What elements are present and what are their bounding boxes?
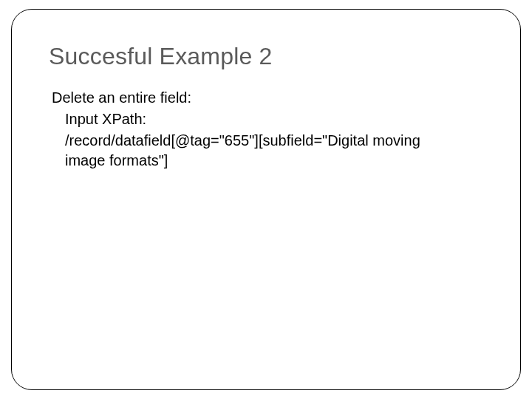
input-label: Input XPath: [52,109,483,129]
slide-frame: Succesful Example 2 Delete an entire fie… [11,9,521,390]
content-heading: Delete an entire field: [52,88,483,108]
slide-content: Delete an entire field: Input XPath: /re… [49,88,483,171]
slide-title: Succesful Example 2 [49,43,483,70]
xpath-value: /record/datafield[@tag="655"][subfield="… [52,131,451,171]
